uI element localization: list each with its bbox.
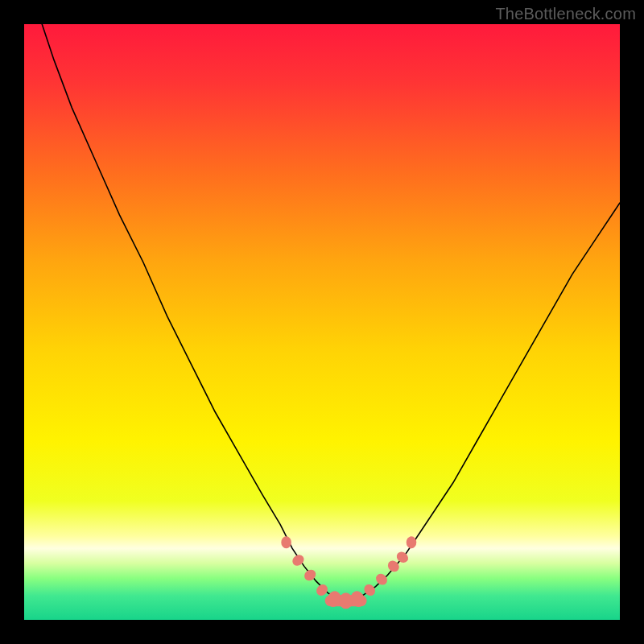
curve-marker (407, 536, 417, 548)
curve-marker (339, 592, 353, 609)
chart-frame: TheBottleneck.com (0, 0, 644, 644)
curve-marker (281, 536, 291, 548)
plot-area (24, 24, 620, 620)
gradient-background (24, 24, 620, 620)
chart-svg (24, 24, 620, 620)
watermark-text: TheBottleneck.com (495, 5, 636, 23)
